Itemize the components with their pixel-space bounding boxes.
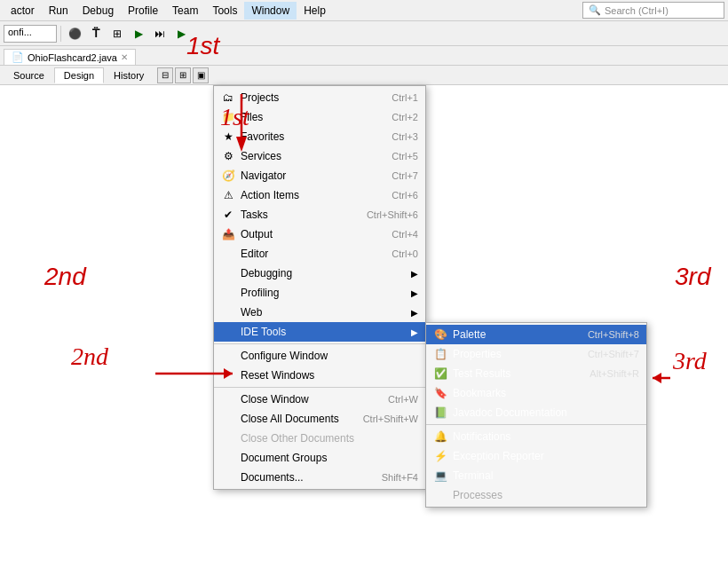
reset-windows-icon — [221, 368, 235, 382]
palette-icon: 🎨 — [433, 327, 447, 342]
file-tab[interactable]: 📄 OhioFlashcard2.java ✕ — [4, 49, 136, 65]
properties-icon: 📋 — [433, 347, 447, 361]
menu-item-output[interactable]: 📤 Output Ctrl+4 — [214, 224, 425, 244]
menu-item-navigator[interactable]: 🧭 Navigator Ctrl+7 — [214, 166, 425, 185]
bookmarks-icon: 🔖 — [433, 386, 447, 400]
menu-debug[interactable]: Debug — [75, 2, 121, 20]
svg-text:2nd: 2nd — [71, 343, 109, 370]
favorites-label: Favorites — [241, 130, 372, 143]
close-window-icon — [221, 392, 235, 406]
file-tab-close[interactable]: ✕ — [121, 52, 128, 62]
menu-item-tasks[interactable]: ✔ Tasks Ctrl+Shift+6 — [214, 205, 425, 224]
editor-icon — [221, 247, 235, 261]
view-icon-2[interactable]: ⊞ — [175, 67, 191, 83]
submenu-item-bookmarks[interactable]: 🔖 Bookmarks — [426, 383, 646, 403]
test-results-shortcut: Alt+Shift+R — [575, 368, 639, 379]
document-groups-label: Document Groups — [241, 452, 418, 464]
menu-actor[interactable]: actor — [4, 2, 42, 20]
submenu-item-test-results[interactable]: ✅ Test Results Alt+Shift+R — [426, 364, 646, 383]
toolbar-btn-t[interactable]: T̈ — [86, 24, 106, 43]
toolbar-combo[interactable]: onfi... — [4, 25, 57, 43]
debugging-label: Debugging — [241, 267, 402, 280]
menu-item-close-window[interactable]: Close Window Ctrl+W — [214, 390, 425, 409]
toolbar-btn-step[interactable]: ⏭ — [150, 24, 170, 43]
ide-tools-arrow: ▶ — [411, 327, 418, 337]
toolbar-btn-grid[interactable]: ⊞ — [107, 24, 127, 43]
window-menu: 🗂 Projects Ctrl+1 📁 Files Ctrl+2 ★ Favor… — [213, 85, 426, 490]
submenu-item-palette[interactable]: 🎨 Palette Ctrl+Shift+8 — [426, 325, 646, 344]
svg-text:3rd: 3rd — [672, 347, 708, 374]
menu-item-files[interactable]: 📁 Files Ctrl+2 — [214, 107, 425, 127]
submenu-item-javadoc[interactable]: 📗 Javadoc Documentation — [426, 403, 646, 422]
menu-window[interactable]: Window — [244, 2, 297, 20]
reset-windows-label: Reset Windows — [241, 369, 418, 382]
menu-item-document-groups[interactable]: Document Groups — [214, 448, 425, 468]
toolbar-btn-play[interactable]: ▶ — [129, 24, 148, 43]
window-icon: 🗂 — [221, 91, 235, 105]
annotation-third: 3rd — [675, 263, 710, 291]
menu-item-services[interactable]: ⚙ Services Ctrl+5 — [214, 146, 425, 166]
palette-shortcut: Ctrl+Shift+8 — [574, 329, 639, 340]
document-groups-icon — [221, 451, 235, 465]
configure-window-icon — [221, 349, 235, 363]
toolbar-btn-dot-play[interactable]: ▶ — [171, 24, 191, 43]
properties-label: Properties — [453, 348, 568, 360]
submenu-item-notifications[interactable]: 🔔 Notifications — [426, 427, 646, 446]
menu-item-debugging[interactable]: Debugging ▶ — [214, 264, 425, 283]
view-icon-1[interactable]: ⊟ — [157, 67, 173, 83]
search-box[interactable]: 🔍 Search (Ctrl+I) — [582, 2, 724, 19]
files-icon: 📁 — [221, 110, 235, 124]
close-window-shortcut: Ctrl+W — [374, 394, 418, 405]
menu-item-ide-tools[interactable]: IDE Tools ▶ 🎨 Palette Ctrl+Shift+8 📋 Pro… — [214, 322, 425, 342]
projects-label: Projects — [241, 91, 372, 104]
web-arrow: ▶ — [411, 308, 418, 318]
menu-tools[interactable]: Tools — [205, 2, 244, 20]
close-all-shortcut: Ctrl+Shift+W — [349, 414, 418, 424]
toolbar: onfi... ⚫ T̈ ⊞ ▶ ⏭ ▶ — [0, 21, 728, 46]
close-other-icon — [221, 431, 235, 445]
output-icon: 📤 — [221, 227, 235, 241]
menu-team[interactable]: Team — [165, 2, 205, 20]
output-label: Output — [241, 228, 372, 240]
menu-run[interactable]: Run — [42, 2, 75, 20]
toolbar-btn-circle[interactable]: ⚫ — [65, 24, 84, 43]
menu-item-close-all[interactable]: Close All Documents Ctrl+Shift+W — [214, 409, 425, 429]
submenu-item-exception-reporter[interactable]: ⚡ Exception Reporter — [426, 446, 646, 466]
actionitems-icon: ⚠ — [221, 188, 235, 202]
menu-item-documents[interactable]: Documents... Shift+F4 — [214, 468, 425, 487]
second-label: 2nd — [44, 263, 86, 290]
ide-tools-submenu: 🎨 Palette Ctrl+Shift+8 📋 Properties Ctrl… — [425, 322, 647, 508]
menu-item-projects[interactable]: 🗂 Projects Ctrl+1 — [214, 88, 425, 107]
tab-source[interactable]: Source — [4, 67, 54, 83]
ide-tools-icon — [221, 325, 235, 339]
menu-item-profiling[interactable]: Profiling ▶ — [214, 283, 425, 303]
navigator-icon: 🧭 — [221, 169, 235, 183]
palette-label: Palette — [453, 328, 568, 341]
javadoc-label: Javadoc Documentation — [453, 406, 639, 419]
tab-history[interactable]: History — [104, 67, 154, 83]
menu-profile[interactable]: Profile — [121, 2, 165, 20]
menu-help[interactable]: Help — [297, 2, 333, 20]
files-label: Files — [241, 111, 372, 123]
menu-item-action-items[interactable]: ⚠ Action Items Ctrl+6 — [214, 185, 425, 205]
notifications-icon: 🔔 — [433, 429, 447, 444]
menu-item-editor[interactable]: Editor Ctrl+0 — [214, 244, 425, 264]
menu-item-configure-window[interactable]: Configure Window — [214, 346, 425, 366]
documents-icon — [221, 470, 235, 484]
view-tab-icons: ⊟ ⊞ ▣ — [157, 67, 209, 83]
tasks-label: Tasks — [241, 209, 347, 221]
annotation-second: 2nd — [44, 263, 86, 291]
menu-item-favorites[interactable]: ★ Favorites Ctrl+3 — [214, 127, 425, 146]
menu-item-reset-windows[interactable]: Reset Windows — [214, 366, 425, 385]
view-icon-3[interactable]: ▣ — [193, 67, 209, 83]
file-tab-icon: 📄 — [12, 51, 24, 63]
web-icon — [221, 305, 235, 319]
action-items-label: Action Items — [241, 189, 372, 201]
tab-design[interactable]: Design — [54, 67, 104, 83]
submenu-item-properties[interactable]: 📋 Properties Ctrl+Shift+7 — [426, 344, 646, 364]
menu-item-web[interactable]: Web ▶ — [214, 303, 425, 322]
submenu-item-terminal[interactable]: 💻 Terminal — [426, 466, 646, 485]
menu-sep1 — [214, 343, 425, 344]
submenu-sep1 — [426, 424, 646, 425]
debugging-icon — [221, 266, 235, 280]
